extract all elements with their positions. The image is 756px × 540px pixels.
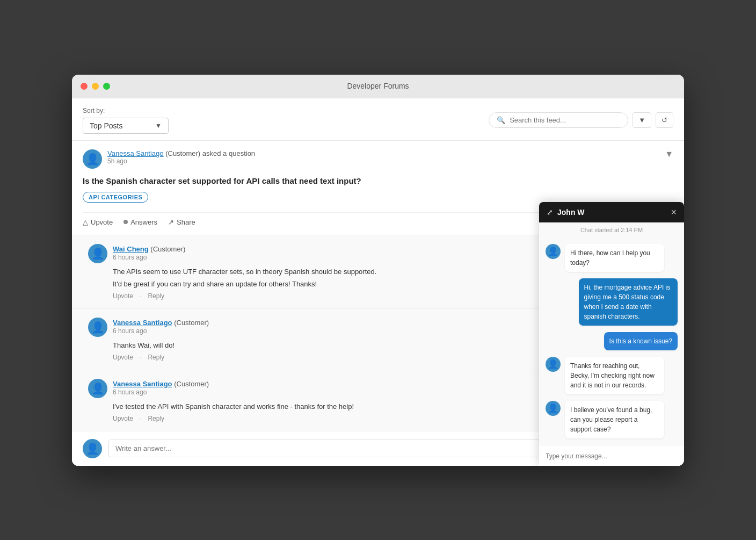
chat-message: Hi, the mortgage advice API is giving me… bbox=[546, 278, 678, 326]
write-answer-avatar: 👤 bbox=[83, 439, 102, 458]
answer-reply[interactable]: Reply bbox=[140, 415, 164, 422]
chat-message: 👤 Thanks for reaching out, Becky, I'm ch… bbox=[546, 357, 678, 394]
chat-agent-avatar: 👤 bbox=[546, 401, 561, 416]
chat-agent-avatar: 👤 bbox=[546, 244, 561, 259]
chat-message: 👤 I believe you've found a bug, can you … bbox=[546, 401, 678, 438]
user-icon: 👤 bbox=[86, 153, 99, 165]
answer-meta: Vanessa Santiago (Customer) 6 hours ago bbox=[113, 318, 209, 335]
minimize-button[interactable] bbox=[92, 83, 99, 90]
answer-time: 6 hours ago bbox=[113, 388, 209, 396]
chat-bubble: Hi there, how can I help you today? bbox=[565, 244, 664, 272]
share-label: Share bbox=[177, 218, 195, 226]
post-dropdown-button[interactable]: ▼ bbox=[665, 149, 673, 159]
search-input[interactable] bbox=[510, 116, 620, 124]
chat-input-area bbox=[539, 445, 684, 466]
chat-input[interactable] bbox=[546, 452, 678, 460]
chat-bubble-user-secondary: Is this a known issue? bbox=[604, 332, 678, 350]
chat-title: John W bbox=[557, 208, 585, 217]
user-icon: 👤 bbox=[548, 359, 558, 369]
answer-time: 6 hours ago bbox=[113, 254, 185, 261]
answer-upvote[interactable]: Upvote bbox=[113, 354, 133, 361]
post-tag[interactable]: API CATEGORIES bbox=[83, 192, 148, 203]
answer-author-name[interactable]: Vanessa Santiago bbox=[113, 380, 172, 388]
chat-bubble: I believe you've found a bug, can you pl… bbox=[565, 401, 664, 438]
answer-author-line: Wai Cheng (Customer) bbox=[113, 244, 185, 254]
post-author-name[interactable]: Vanessa Santiago bbox=[107, 149, 164, 157]
close-button[interactable] bbox=[81, 83, 88, 90]
answer-meta: Wai Cheng (Customer) 6 hours ago bbox=[113, 244, 185, 261]
post-meta: Vanessa Santiago (Customer) asked a ques… bbox=[107, 149, 255, 165]
traffic-lights bbox=[81, 83, 110, 90]
action-left: △ Upvote Answers ↗ Share bbox=[83, 218, 195, 226]
user-icon: 👤 bbox=[86, 442, 99, 455]
answer-author-line: Vanessa Santiago (Customer) bbox=[113, 379, 209, 388]
sort-label: Sort by: bbox=[83, 107, 169, 114]
answer-reply[interactable]: Reply bbox=[140, 354, 164, 361]
post-meta-line: Vanessa Santiago (Customer) asked a ques… bbox=[107, 149, 255, 157]
chat-agent-avatar: 👤 bbox=[546, 357, 561, 372]
sort-value: Top Posts bbox=[90, 121, 122, 130]
post-time: 5h ago bbox=[107, 157, 255, 165]
refresh-icon: ↺ bbox=[662, 116, 667, 124]
answers-label: Answers bbox=[130, 218, 157, 226]
upvote-label: Upvote bbox=[91, 218, 113, 226]
main-content: Sort by: Top Posts ▼ 🔍 ▼ ↺ bbox=[72, 98, 684, 466]
chat-bubble-user: Hi, the mortgage advice API is giving me… bbox=[579, 278, 678, 326]
answer-author-role: (Customer) bbox=[149, 245, 186, 253]
answer-author-name[interactable]: Vanessa Santiago bbox=[113, 319, 172, 327]
post-header: 👤 Vanessa Santiago (Customer) asked a qu… bbox=[83, 149, 673, 169]
share-icon: ↗ bbox=[168, 218, 174, 226]
sort-area: Sort by: Top Posts ▼ bbox=[83, 107, 169, 134]
search-area: 🔍 ▼ ↺ bbox=[489, 112, 673, 128]
answer-time: 6 hours ago bbox=[113, 327, 209, 335]
answers-button[interactable]: Answers bbox=[123, 218, 157, 226]
filter-button[interactable]: ▼ bbox=[633, 112, 651, 128]
search-icon: 🔍 bbox=[497, 116, 505, 124]
answer-meta: Vanessa Santiago (Customer) 6 hours ago bbox=[113, 379, 209, 396]
answer-author-avatar: 👤 bbox=[88, 244, 107, 263]
user-icon: 👤 bbox=[91, 382, 105, 395]
answer-upvote[interactable]: Upvote bbox=[113, 292, 133, 300]
answer-upvote[interactable]: Upvote bbox=[113, 415, 133, 422]
upvote-icon: △ bbox=[83, 218, 88, 226]
answer-author-name[interactable]: Wai Cheng bbox=[113, 245, 149, 253]
titlebar: Developer Forums bbox=[72, 75, 684, 98]
user-icon: 👤 bbox=[548, 246, 558, 256]
answer-author-avatar: 👤 bbox=[88, 379, 107, 398]
answer-author-role: (Customer) bbox=[172, 380, 209, 388]
chat-message: 👤 Hi there, how can I help you today? bbox=[546, 244, 678, 272]
user-icon: 👤 bbox=[548, 403, 558, 413]
chat-messages: 👤 Hi there, how can I help you today? Hi… bbox=[539, 237, 684, 445]
chat-header: ⤢ John W × bbox=[539, 202, 684, 222]
user-icon: 👤 bbox=[91, 247, 105, 260]
search-box: 🔍 bbox=[489, 112, 628, 128]
sort-dropdown[interactable]: Top Posts ▼ bbox=[83, 118, 169, 134]
upvote-button[interactable]: △ Upvote bbox=[83, 218, 113, 226]
share-button[interactable]: ↗ Share bbox=[168, 218, 195, 226]
chevron-down-icon: ▼ bbox=[155, 122, 162, 129]
answer-author-role: (Customer) bbox=[172, 319, 209, 327]
filter-icon: ▼ bbox=[638, 116, 645, 124]
refresh-button[interactable]: ↺ bbox=[656, 112, 673, 128]
chat-bubble: Thanks for reaching out, Becky, I'm chec… bbox=[565, 357, 664, 394]
chat-started-text: Chat started at 2:14 PM bbox=[539, 222, 684, 237]
answer-author-avatar: 👤 bbox=[88, 318, 107, 337]
maximize-button[interactable] bbox=[103, 83, 110, 90]
chat-header-left: ⤢ John W bbox=[547, 208, 585, 217]
answer-author-line: Vanessa Santiago (Customer) bbox=[113, 318, 209, 327]
toolbar: Sort by: Top Posts ▼ 🔍 ▼ ↺ bbox=[72, 98, 684, 141]
chat-message: Is this a known issue? bbox=[546, 332, 678, 350]
chat-expand-icon[interactable]: ⤢ bbox=[547, 208, 553, 217]
answer-reply[interactable]: Reply bbox=[140, 292, 164, 300]
chat-close-button[interactable]: × bbox=[671, 207, 677, 217]
post-author-role: (Customer) asked a question bbox=[164, 149, 256, 157]
post-title: Is the Spanish character set supported f… bbox=[83, 176, 673, 185]
post-header-left: 👤 Vanessa Santiago (Customer) asked a qu… bbox=[83, 149, 255, 169]
chat-overlay: ⤢ John W × Chat started at 2:14 PM 👤 Hi … bbox=[539, 202, 684, 466]
answers-icon bbox=[123, 220, 128, 224]
user-icon: 👤 bbox=[91, 321, 105, 334]
window-title: Developer Forums bbox=[347, 82, 409, 90]
post-author-avatar: 👤 bbox=[83, 149, 102, 169]
